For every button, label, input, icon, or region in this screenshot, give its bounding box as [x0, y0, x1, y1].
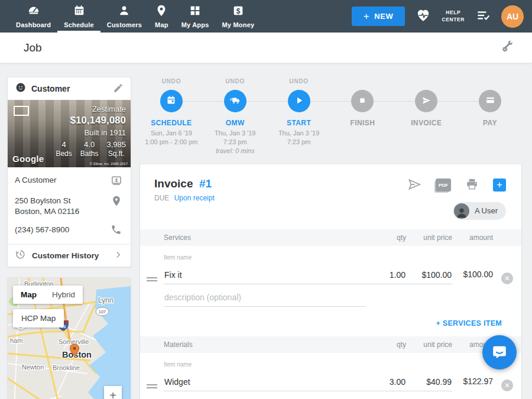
zestimate-label: Zestimate [56, 105, 126, 113]
activity-list-button[interactable] [475, 8, 491, 25]
chat-icon [491, 343, 508, 362]
step-label: INVOICE [394, 119, 458, 127]
street-view-frame-icon [14, 106, 29, 116]
undo-start-button[interactable]: UNDO [267, 78, 331, 90]
customer-history-label: Customer History [32, 251, 107, 260]
location-pin-icon [111, 195, 122, 209]
content-area: Customer Zestimate $10,149,080 Built in … [0, 63, 532, 399]
nav-item-label: Customers [107, 21, 142, 28]
pdf-button[interactable]: PDF [436, 179, 451, 192]
svg-text:$: $ [236, 7, 241, 15]
new-button-label: NEW [374, 12, 393, 21]
money-dollar-icon: $ [232, 4, 245, 20]
invoice-title-block: Invoice #1 DUE Upon receipt [154, 177, 407, 220]
col-qty: qty [366, 233, 406, 242]
job-tools-button[interactable] [500, 40, 514, 56]
chevron-right-icon [113, 249, 124, 262]
customer-address-row: 250 Boylston St Boston, MA 02116 [15, 195, 124, 217]
invoice-step-button[interactable] [415, 90, 437, 112]
service-name-input[interactable] [164, 269, 366, 284]
invoice-title: Invoice [154, 177, 193, 190]
nav-item-my-money[interactable]: $ My Money [216, 0, 261, 33]
remove-material-button[interactable]: ✕ [501, 379, 513, 391]
due-terms-link[interactable]: Upon receipt [174, 194, 215, 202]
omw-step-button[interactable] [224, 90, 246, 112]
remove-service-button[interactable]: ✕ [501, 273, 513, 284]
pay-step-button[interactable] [479, 90, 501, 112]
nav-item-my-apps[interactable]: My Apps [175, 0, 216, 33]
list-check-icon [475, 8, 491, 25]
add-services-item-link[interactable]: + SERVICES ITEM [436, 319, 502, 327]
property-stats: 4 Beds 4.0 Baths 3,985 Sq.ft. [56, 140, 126, 158]
wrench-gear-icon [500, 40, 514, 56]
left-column: Customer Zestimate $10,149,080 Built in … [7, 77, 131, 399]
section-title: Materials [164, 340, 366, 349]
step-dates: Thu, Jan 3 '197:23 pm travel: 0 mins [203, 129, 267, 155]
material-name-input[interactable] [164, 376, 366, 391]
add-invoice-item-button[interactable]: + [493, 179, 506, 192]
property-photo[interactable]: Zestimate $10,149,080 Built in 1911 4 Be… [8, 100, 131, 167]
undo-omw-button[interactable]: UNDO [203, 78, 267, 90]
calendar-icon [166, 95, 177, 108]
col-qty: qty [366, 340, 406, 349]
stop-icon [357, 95, 368, 108]
hcp-map-button[interactable]: HCP Map [13, 309, 64, 327]
step-label: OMW [203, 119, 267, 127]
map-card: 2 107 93 Burlington Lynn Somerville ham … [7, 277, 131, 399]
close-icon: ✕ [504, 274, 510, 283]
drag-handle[interactable] [147, 275, 157, 283]
schedule-step-button[interactable] [160, 90, 183, 112]
customers-person-icon [118, 4, 131, 20]
send-invoice-button[interactable] [407, 177, 421, 193]
top-navbar: Dashboard Schedule Customers Map My Apps [0, 0, 532, 33]
chat-messenger-button[interactable] [482, 335, 517, 369]
step-pay: PAY [458, 78, 522, 155]
help-center-line1: HELP [442, 9, 465, 16]
health-heart-pulse-button[interactable] [416, 8, 431, 25]
contact-card-button[interactable] [111, 174, 124, 188]
print-button[interactable] [465, 177, 479, 193]
avatar-initials: AU [507, 12, 518, 21]
navbar-right: + NEW HELP CENTER AU [352, 0, 524, 33]
service-qty-input[interactable] [366, 269, 406, 284]
zestimate-value: $10,149,080 [56, 115, 126, 126]
address-map-button[interactable] [111, 195, 124, 209]
map-type-hybrid-button[interactable]: Hybrid [44, 286, 83, 304]
nav-item-map[interactable]: Map [148, 0, 175, 33]
finish-step-button[interactable] [351, 90, 374, 112]
nav-item-customers[interactable]: Customers [100, 0, 148, 33]
item-name-label: Item name [164, 361, 366, 368]
dashboard-gauge-icon [27, 4, 40, 20]
new-button[interactable]: + NEW [352, 7, 406, 26]
col-unit-price: unit price [406, 340, 452, 349]
materials-section-header: Materials qty unit price amount [140, 336, 521, 353]
material-qty-input[interactable] [366, 376, 406, 391]
step-dates: Thu, Jan 3 '197:23 pm [267, 129, 331, 147]
section-title: Services [164, 233, 366, 242]
apps-grid-icon [189, 4, 202, 20]
help-center-button[interactable]: HELP CENTER [442, 9, 465, 23]
service-description-input[interactable] [164, 291, 366, 307]
nav-item-schedule[interactable]: Schedule [57, 0, 100, 33]
customer-history-row[interactable]: Customer History [8, 244, 131, 267]
nav-item-dashboard[interactable]: Dashboard [9, 0, 57, 33]
map-type-map-button[interactable]: Map [13, 286, 44, 304]
edit-customer-button[interactable] [113, 83, 124, 95]
undo-schedule-button[interactable]: UNDO [140, 78, 203, 90]
user-avatar[interactable]: AU [501, 5, 524, 28]
step-schedule: UNDO SCHEDULE Sun, Jan 6 '191:00 pm - 2:… [140, 78, 203, 155]
built-year: Built in 1911 [56, 128, 126, 137]
invoice-actions: PDF + [407, 177, 506, 193]
map-type-control: Map Hybrid [13, 286, 83, 304]
assigned-user-chip[interactable]: A User [453, 202, 506, 220]
service-price-input[interactable] [406, 269, 452, 284]
credit-card-icon [485, 95, 496, 108]
map-zoom-in-button[interactable]: + [104, 386, 122, 399]
drag-handle[interactable] [147, 382, 157, 390]
start-step-button[interactable] [288, 90, 310, 112]
stat-baths: 4.0 Baths [80, 140, 99, 158]
primary-nav: Dashboard Schedule Customers Map My Apps [9, 0, 261, 33]
call-button[interactable] [111, 224, 124, 237]
material-price-input[interactable] [406, 376, 452, 391]
customer-card-title: Customer [31, 84, 108, 93]
